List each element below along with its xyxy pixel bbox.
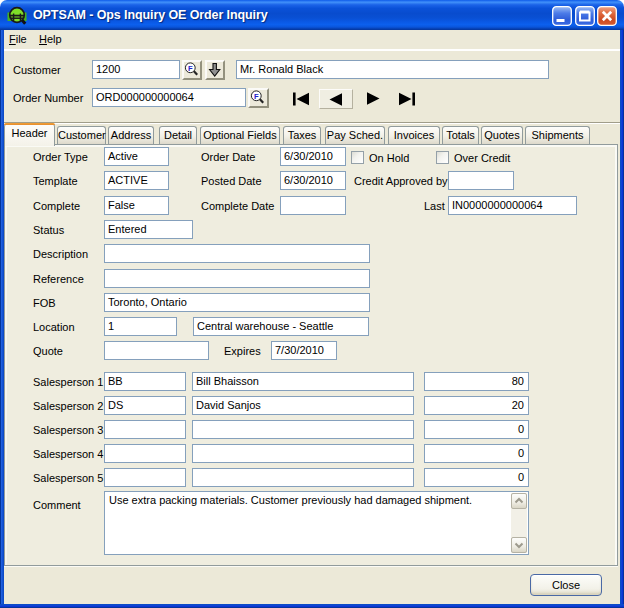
svg-text:F: F xyxy=(254,92,259,101)
svg-text:F: F xyxy=(188,64,193,73)
